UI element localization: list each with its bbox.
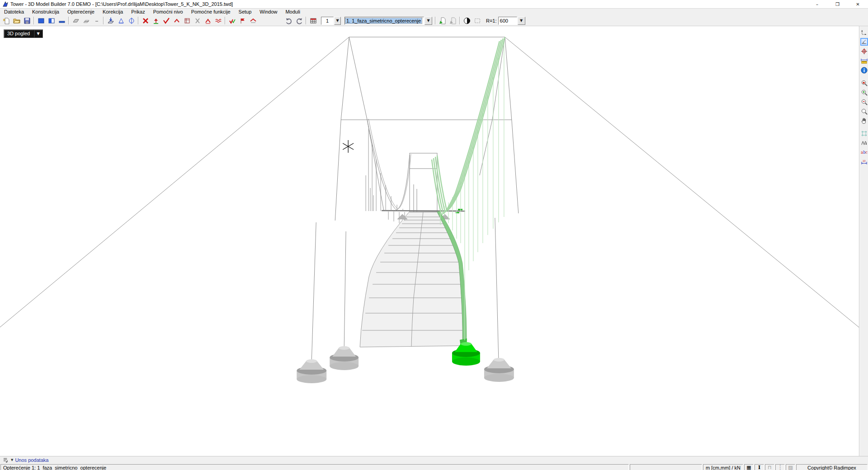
zoom-out-icon[interactable] [860,98,868,106]
move-up-icon[interactable] [151,16,161,26]
labels-abc-icon[interactable]: abc [860,149,868,156]
menu-korekcija[interactable]: Korekcija [99,9,127,15]
plane-line-icon[interactable] [81,16,91,26]
menu-datoteka[interactable]: Datoteka [0,9,28,15]
units-indicator[interactable]: m [cm,mm] / kN [703,464,743,470]
angle-ref-icon[interactable] [860,38,868,46]
menu-window[interactable]: Window [255,9,281,15]
menu-optere-enje[interactable]: Opterećenje [63,9,99,15]
table-group [308,16,318,26]
status-icon-cells: ▦I⊓┆▨ [744,464,795,470]
main-area: 3D pogled ▼ abc10 [0,26,868,456]
minimize-button[interactable]: – [807,0,827,8]
separator [68,17,69,24]
view-selector[interactable]: 3D pogled ▼ [4,29,43,38]
angle-blue-icon[interactable] [116,16,126,26]
new-file-icon[interactable] [1,16,11,26]
dot-small-icon[interactable] [91,16,102,26]
separator [435,17,436,24]
plane-group [71,16,102,26]
data-entry-mode-label[interactable]: Unos podataka [15,457,48,463]
file-group [1,16,32,26]
status-empty-cell [630,464,702,470]
board-red-icon[interactable] [182,16,192,26]
menu-pomo-ne-funkcije[interactable]: Pomoćne funkcije [187,9,235,15]
zoom-prev-icon[interactable] [860,108,868,115]
menu-prikaz[interactable]: Prikaz [127,9,149,15]
undo-icon[interactable] [283,16,294,26]
save-icon[interactable] [22,16,32,26]
chevron2-icon[interactable] [203,16,213,26]
close-button[interactable]: ✕ [848,0,868,8]
zoom-all-icon[interactable] [860,79,868,87]
page-group [437,16,458,26]
roof-red-icon[interactable] [248,16,258,26]
maximize-button[interactable]: ❐ [827,0,848,8]
entry-mode-icon[interactable] [3,457,11,463]
ruler-icon[interactable] [860,57,868,65]
pan-hand-icon[interactable] [860,117,868,125]
import-plane-icon[interactable] [105,16,116,26]
scale-label: R=1: [486,18,497,24]
view-number-dropdown[interactable]: ▼ [334,17,341,25]
table-grid-icon[interactable] [308,16,318,26]
foundation-left-inner [330,346,359,370]
zoom-in-icon[interactable] [860,89,868,96]
title-bar: Tower - 3D Model Builder 7.0 DEMO - [C:\… [0,0,868,9]
page-green-icon[interactable] [437,16,448,26]
separator [306,17,307,24]
check-red-icon[interactable] [161,16,171,26]
hatch-toggle[interactable]: ▦ [744,464,754,470]
foundation-left-outer [297,359,326,383]
check-group [227,16,258,26]
info-icon[interactable] [860,66,868,74]
load-case-dropdown[interactable]: ▼ [425,17,432,25]
view-number-input[interactable]: 1 [321,17,334,25]
app-icon [2,1,9,7]
menu-setup[interactable]: Setup [235,9,256,15]
view-quad-icon[interactable] [36,16,46,26]
ibeam-toggle[interactable]: I [755,464,764,470]
axes-dim-icon[interactable] [860,28,868,36]
flag-red-icon[interactable] [237,16,248,26]
menu-moduli[interactable]: Moduli [281,9,304,15]
open-folder-icon[interactable] [11,16,22,26]
view-half-icon[interactable] [46,16,57,26]
svg-text:10: 10 [862,159,865,162]
grid-snap-icon[interactable] [860,130,868,137]
view-group [36,16,67,26]
view-line-icon[interactable] [57,16,67,26]
dashed-line-toggle[interactable]: ┆ [775,464,785,470]
plane-3d-icon[interactable] [71,16,81,26]
scale-value-input[interactable]: 600 [498,17,517,25]
model-3d-view[interactable]: 3D pogled ▼ [0,26,859,456]
undo-redo-group [283,16,304,26]
axis-circle-icon[interactable] [126,16,137,26]
status-bar: Opterećenje 1: 1_faza_simetricno_opterec… [0,464,868,470]
waves-red-icon[interactable] [213,16,223,26]
snap-target-icon[interactable] [860,47,868,55]
polyline-icon[interactable] [860,139,868,147]
chevron-up-red-icon[interactable] [171,16,182,26]
menu-konstrukcija[interactable]: Konstrukcija [28,9,63,15]
delete-x-icon[interactable] [140,16,151,26]
separator [103,17,104,24]
data-entry-bar: ▼ Unos podataka [0,456,868,464]
load-case-combo[interactable]: 1. 1_faza_simetricno_opterecenje [344,17,424,25]
redo-icon[interactable] [294,16,304,26]
page-gray-icon[interactable] [448,16,458,26]
menu-pomo-ni-nivo[interactable]: Pomoćni nivo [149,9,187,15]
contrast-icon[interactable] [462,16,472,26]
window-title: Tower - 3D Model Builder 7.0 DEMO - [C:\… [10,1,807,7]
check-green-red-icon[interactable] [227,16,237,26]
main-toolbar: 1 ▼ 1. 1_faza_simetricno_opterecenje ▼ R… [0,15,868,26]
scale-dropdown[interactable]: ▼ [518,17,525,25]
dimension-10-icon[interactable]: 10 [860,158,868,166]
ground-hatch-toggle[interactable]: ▨ [786,464,795,470]
entry-mode-dropdown[interactable]: ▼ [11,458,13,462]
chevron-down-icon[interactable]: ▼ [34,30,42,38]
frame-toggle[interactable]: ⊓ [765,464,774,470]
svg-text:c: c [865,150,868,155]
select-dashed-icon[interactable] [472,16,482,26]
cut-gray-icon[interactable] [192,16,203,26]
